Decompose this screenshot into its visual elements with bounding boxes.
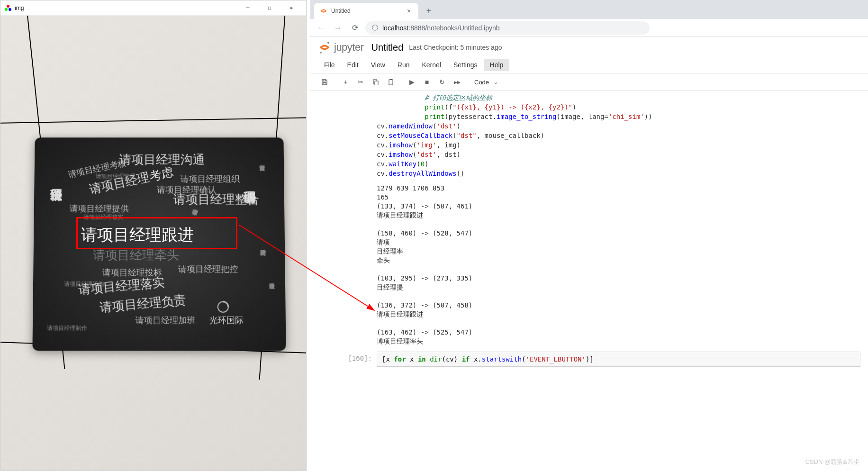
minimize-button[interactable]: ─ xyxy=(237,1,259,15)
window-controls: ─ ☐ ✕ xyxy=(237,1,302,15)
opencv-icon xyxy=(4,4,12,12)
input-cell-160[interactable]: [160]: [x for x in dir(cv) if x.startswi… xyxy=(310,350,868,369)
cut-icon[interactable]: ✂ xyxy=(354,76,367,88)
brand-text: 光环国际 xyxy=(209,315,244,326)
stop-icon[interactable]: ■ xyxy=(420,76,434,88)
pad-text: 请项目经理提供 xyxy=(70,203,129,214)
menu-help[interactable]: Help xyxy=(484,59,510,71)
jupyter-tab-icon xyxy=(320,7,327,15)
pad-text: 请项目经理把控 xyxy=(178,263,238,275)
cell-type-select[interactable]: Code xyxy=(470,78,502,87)
svg-point-0 xyxy=(7,5,9,8)
menu-run[interactable]: Run xyxy=(391,59,416,71)
notebook-name[interactable]: Untitled xyxy=(371,42,404,53)
cv-titlebar: img ─ ☐ ✕ xyxy=(0,0,306,16)
cv-window-title: img xyxy=(15,5,237,11)
jupyter-logo-icon xyxy=(318,41,331,54)
brand-logo-icon xyxy=(217,300,230,314)
new-tab-button[interactable]: + xyxy=(422,4,435,18)
pad-text: 请项目经理加班 xyxy=(136,315,196,326)
opencv-window: img ─ ☐ ✕ 请项目经理沟通 请项目经理考核 请项目经理管理 请项目经理组… xyxy=(0,0,307,471)
maximize-button[interactable]: ☐ xyxy=(259,1,280,15)
save-icon[interactable] xyxy=(318,76,331,88)
svg-point-2 xyxy=(9,8,11,11)
cv-image-area[interactable]: 请项目经理沟通 请项目经理考核 请项目经理管理 请项目经理组织 请项目经理考虑 … xyxy=(0,16,306,471)
forward-button[interactable]: → xyxy=(331,21,344,35)
site-info-icon[interactable]: ⓘ xyxy=(371,24,379,32)
browser-window: Untitled × + ← → ⟳ ⓘ localhost:8888/note… xyxy=(310,0,868,471)
url-input[interactable]: ⓘ localhost:8888/notebooks/Untitled.ipyn… xyxy=(365,21,650,35)
menu-file[interactable]: File xyxy=(318,59,341,71)
restart-icon[interactable]: ↻ xyxy=(435,76,449,88)
cell-prompt: [160]: xyxy=(318,352,377,367)
jupyter-brand: jupyter xyxy=(334,41,364,54)
reload-button[interactable]: ⟳ xyxy=(348,21,362,35)
fast-forward-icon[interactable]: ▸▸ xyxy=(451,76,464,88)
jupyter-header: jupyter Untitled Last Checkpoint: 5 minu… xyxy=(310,37,868,54)
svg-point-5 xyxy=(327,42,329,44)
address-bar: ← → ⟳ ⓘ localhost:8888/notebooks/Untitle… xyxy=(310,19,868,37)
toolbar: + ✂ ▶ ■ ↻ ▸▸ Code xyxy=(310,73,868,91)
svg-rect-10 xyxy=(390,79,392,80)
selection-rectangle xyxy=(76,217,237,249)
copy-icon[interactable] xyxy=(369,76,382,88)
watermark: CSDN @碧落&凡尘 xyxy=(805,458,859,466)
url-text: localhost:8888/notebooks/Untitled.ipynb xyxy=(382,24,500,32)
back-button[interactable]: ← xyxy=(314,21,327,35)
svg-point-1 xyxy=(5,8,8,11)
paste-icon[interactable] xyxy=(384,76,398,88)
menu-edit[interactable]: Edit xyxy=(341,59,365,71)
tab-strip: Untitled × + xyxy=(310,0,868,19)
menu-view[interactable]: View xyxy=(365,59,391,71)
svg-rect-9 xyxy=(389,80,393,85)
tab-close-icon[interactable]: × xyxy=(405,7,413,15)
output-text: 1279 639 1706 853 165 (133, 374) -> (507… xyxy=(310,180,868,350)
menu-settings[interactable]: Settings xyxy=(447,59,484,71)
browser-tab[interactable]: Untitled × xyxy=(314,3,418,19)
pad-text: 请项目经理组织 xyxy=(181,173,240,185)
menu-bar: File Edit View Run Kernel Settings Help xyxy=(310,57,868,73)
menu-kernel[interactable]: Kernel xyxy=(416,59,447,71)
close-button[interactable]: ✕ xyxy=(280,1,302,15)
tab-title: Untitled xyxy=(331,8,405,14)
code-cell-content[interactable]: # 打印选定区域的坐标 print(f"({x1}, {y1}) -> ({x2… xyxy=(310,91,868,180)
notebook-area[interactable]: # 打印选定区域的坐标 print(f"({x1}, {y1}) -> ({x2… xyxy=(310,91,868,467)
pad-text: 请项目经理牵头 xyxy=(93,247,179,263)
svg-point-6 xyxy=(320,52,322,54)
run-icon[interactable]: ▶ xyxy=(405,76,418,88)
code-input[interactable]: [x for x in dir(cv) if x.startswith('EVE… xyxy=(377,352,860,367)
pad-text: 请项目经理整合 xyxy=(173,191,259,208)
add-cell-icon[interactable]: + xyxy=(339,76,352,88)
svg-rect-8 xyxy=(375,81,378,85)
pad-text: 请项目经理制作 xyxy=(47,324,87,332)
checkpoint-text: Last Checkpoint: 5 minutes ago xyxy=(409,44,502,51)
